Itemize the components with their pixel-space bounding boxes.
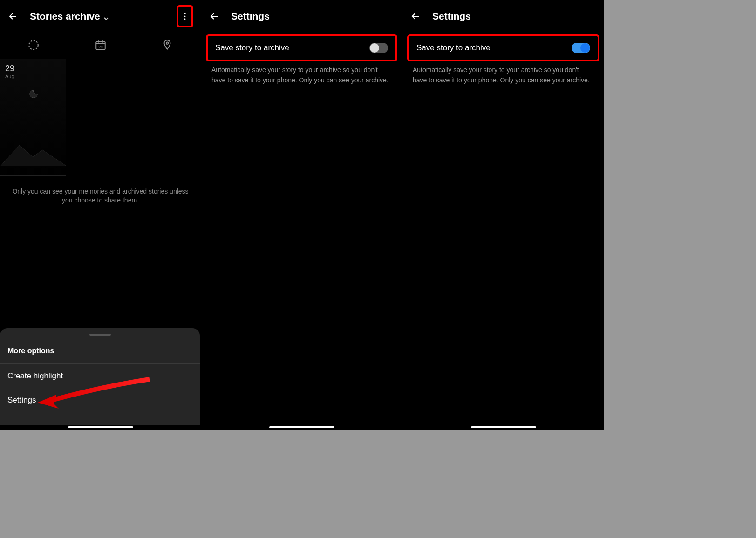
setting-label: Save story to archive	[215, 43, 369, 53]
archive-notice: Only you can see your memories and archi…	[0, 176, 201, 205]
save-to-archive-row[interactable]: Save story to archive	[407, 34, 599, 61]
home-indicator[interactable]	[269, 426, 334, 428]
page-title: Settings	[231, 11, 270, 22]
page-title[interactable]: Stories archive	[30, 11, 109, 22]
story-thumbnail[interactable]: 29 Aug	[0, 59, 66, 176]
bottom-sheet: More options Create highlight Settings	[0, 328, 200, 425]
page-title: Settings	[432, 11, 471, 22]
svg-point-3	[29, 40, 38, 50]
tab-bar: 29	[0, 33, 201, 58]
home-indicator[interactable]	[471, 426, 536, 428]
sheet-item-create-highlight[interactable]: Create highlight	[0, 364, 200, 388]
save-archive-toggle[interactable]	[369, 43, 388, 53]
header: Stories archive	[0, 0, 201, 33]
story-date-label: 29 Aug	[5, 64, 14, 79]
more-options-button[interactable]	[177, 5, 193, 27]
back-icon[interactable]	[7, 11, 19, 22]
header: Settings	[201, 0, 402, 33]
svg-point-1	[184, 16, 186, 17]
back-icon[interactable]	[209, 11, 220, 22]
toggle-knob	[370, 43, 379, 53]
sheet-title: More options	[0, 343, 200, 363]
tab-location[interactable]	[134, 39, 201, 51]
setting-label: Save story to archive	[416, 43, 572, 53]
save-to-archive-row[interactable]: Save story to archive	[206, 34, 397, 61]
story-day: 29	[5, 64, 14, 74]
home-indicator[interactable]	[68, 426, 133, 428]
header: Settings	[402, 0, 604, 33]
back-icon[interactable]	[410, 11, 421, 22]
sheet-item-settings[interactable]: Settings	[0, 388, 200, 412]
story-month: Aug	[5, 74, 14, 79]
tab-calendar[interactable]: 29	[67, 39, 134, 51]
svg-text:29: 29	[98, 45, 103, 49]
setting-description: Automatically save your story to your ar…	[201, 63, 402, 87]
title-text: Stories archive	[30, 11, 100, 22]
toggle-knob	[580, 43, 590, 53]
save-archive-toggle[interactable]	[572, 43, 590, 53]
svg-point-0	[184, 13, 186, 14]
archive-screen: Stories archive 29 29 Aug Only you can s…	[0, 0, 201, 430]
moon-icon	[28, 89, 39, 99]
settings-screen-off: Settings Save story to archive Automatic…	[201, 0, 402, 430]
sheet-handle[interactable]	[89, 334, 111, 336]
mountain-icon	[0, 138, 67, 166]
chevron-down-icon	[103, 13, 109, 20]
setting-description: Automatically save your story to your ar…	[402, 63, 604, 87]
svg-point-6	[166, 42, 168, 44]
tab-stories[interactable]	[0, 39, 67, 51]
settings-screen-on: Settings Save story to archive Automatic…	[402, 0, 604, 430]
svg-point-2	[184, 18, 186, 20]
